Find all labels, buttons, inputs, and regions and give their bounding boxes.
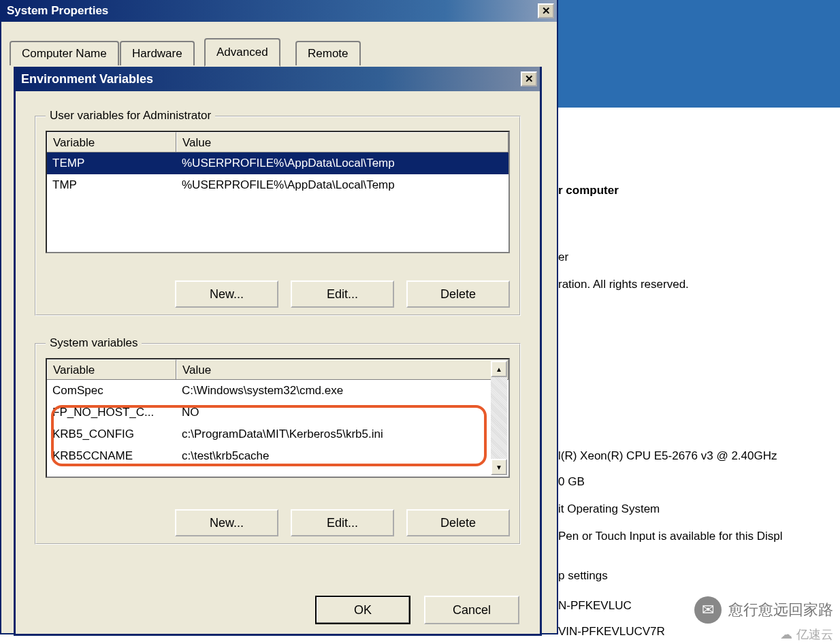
line-rights: ration. All rights reserved. xyxy=(558,278,689,291)
close-icon[interactable]: ✕ xyxy=(521,71,537,86)
var-name: FP_NO_HOST_C... xyxy=(47,404,176,421)
cancel-button[interactable]: Cancel xyxy=(424,596,519,624)
computer-name-1: N-PFKEVLUC xyxy=(558,599,632,613)
table-row[interactable]: KRB5_CONFIGc:\ProgramData\MIT\Kerberos5\… xyxy=(47,423,508,445)
brand-text: 亿速云 xyxy=(796,626,833,643)
var-name: TMP xyxy=(47,176,176,194)
var-name: ComSpec xyxy=(47,382,176,400)
tab-advanced[interactable]: Advanced xyxy=(204,38,280,67)
settings-heading: p settings xyxy=(558,569,608,583)
table-row[interactable]: TEMP%USERPROFILE%\AppData\Local\Temp xyxy=(47,152,508,174)
tabstrip: Computer Name Hardware Advanced Remote xyxy=(10,38,549,65)
computer-name-2: VIN-PFKEVLUCV7R xyxy=(558,625,665,639)
dialog-buttons: OK Cancel xyxy=(315,596,519,624)
var-value: c:\ProgramData\MIT\Kerberos5\krb5.ini xyxy=(176,425,508,443)
var-value: c:\test\krb5cache xyxy=(176,447,508,465)
table-row[interactable]: TMP%USERPROFILE%\AppData\Local\Temp xyxy=(47,174,508,196)
close-icon[interactable]: ✕ xyxy=(538,3,554,18)
scroll-down-icon[interactable]: ▼ xyxy=(491,459,507,475)
list-header: Variable Value xyxy=(47,132,508,152)
col-variable[interactable]: Variable xyxy=(47,359,176,379)
list-header: Variable Value xyxy=(47,359,508,380)
pen-line: Pen or Touch Input is available for this… xyxy=(558,530,782,543)
delete-button[interactable]: Delete xyxy=(406,280,510,308)
table-row[interactable]: KRB5CCNAMEc:\test\krb5cache xyxy=(47,445,508,467)
tab-label: Remote xyxy=(308,47,349,61)
header-band xyxy=(558,0,840,108)
scrollbar[interactable]: ▲ ▼ xyxy=(491,361,507,475)
var-value: %USERPROFILE%\AppData\Local\Temp xyxy=(176,155,508,172)
system-variables-group: System variables Variable Value ComSpecC… xyxy=(35,343,521,545)
environment-variables-dialog: Environment Variables ✕ User variables f… xyxy=(14,67,542,636)
new-button[interactable]: New... xyxy=(175,509,278,536)
user-variables-group: User variables for Administrator Variabl… xyxy=(35,116,521,316)
scroll-track[interactable] xyxy=(491,377,507,459)
new-button[interactable]: New... xyxy=(175,280,278,308)
env-title: Environment Variables xyxy=(21,72,153,86)
env-titlebar[interactable]: Environment Variables ✕ xyxy=(16,67,540,91)
sysprop-titlebar[interactable]: System Properties ✕ xyxy=(1,0,557,22)
group-label-user: User variables for Administrator xyxy=(46,109,215,123)
delete-button[interactable]: Delete xyxy=(406,509,510,536)
var-value: C:\Windows\system32\cmd.exe xyxy=(176,382,508,400)
user-variables-listview[interactable]: Variable Value TEMP%USERPROFILE%\AppData… xyxy=(46,131,510,253)
tab-label: Computer Name xyxy=(22,47,107,61)
col-variable[interactable]: Variable xyxy=(47,132,176,152)
scroll-up-icon[interactable]: ▲ xyxy=(491,361,507,377)
brand-watermark: ☁ 亿速云 xyxy=(780,626,833,643)
sysprop-title: System Properties xyxy=(7,4,108,18)
edit-button[interactable]: Edit... xyxy=(291,280,394,308)
col-value[interactable]: Value xyxy=(176,359,508,379)
var-value: NO xyxy=(176,404,508,421)
tab-label: Hardware xyxy=(132,47,182,61)
group-label-system: System variables xyxy=(46,336,142,350)
col-value[interactable]: Value xyxy=(176,132,508,152)
wechat-icon: ✉ xyxy=(694,596,722,624)
tab-remote[interactable]: Remote xyxy=(295,41,361,65)
tab-label: Advanced xyxy=(216,46,268,59)
cloud-icon: ☁ xyxy=(780,627,792,642)
tab-hardware[interactable]: Hardware xyxy=(120,41,195,65)
var-name: KRB5_CONFIG xyxy=(47,425,176,443)
table-row[interactable]: ComSpecC:\Windows\system32\cmd.exe xyxy=(47,380,508,402)
ram-line: 0 GB xyxy=(558,475,585,489)
var-name: KRB5CCNAME xyxy=(47,447,176,465)
tab-computer-name[interactable]: Computer Name xyxy=(10,41,119,65)
cpu-line: l(R) Xeon(R) CPU E5-2676 v3 @ 2.40GHz xyxy=(558,449,777,463)
system-variables-listview[interactable]: Variable Value ComSpecC:\Windows\system3… xyxy=(46,358,510,478)
table-row[interactable]: FP_NO_HOST_C...NO xyxy=(47,402,508,423)
var-value: %USERPROFILE%\AppData\Local\Temp xyxy=(176,176,508,194)
heading-computer: r computer xyxy=(558,184,619,197)
user-button-row: New... Edit... Delete xyxy=(175,280,510,308)
ok-button[interactable]: OK xyxy=(315,596,410,624)
watermark-text: 愈行愈远回家路 xyxy=(728,600,833,620)
edit-button[interactable]: Edit... xyxy=(291,509,394,536)
var-name: TEMP xyxy=(47,155,176,172)
watermark: ✉ 愈行愈远回家路 xyxy=(694,596,833,624)
os-line: it Operating System xyxy=(558,502,660,516)
system-button-row: New... Edit... Delete xyxy=(175,509,510,536)
line-er: er xyxy=(558,251,568,264)
